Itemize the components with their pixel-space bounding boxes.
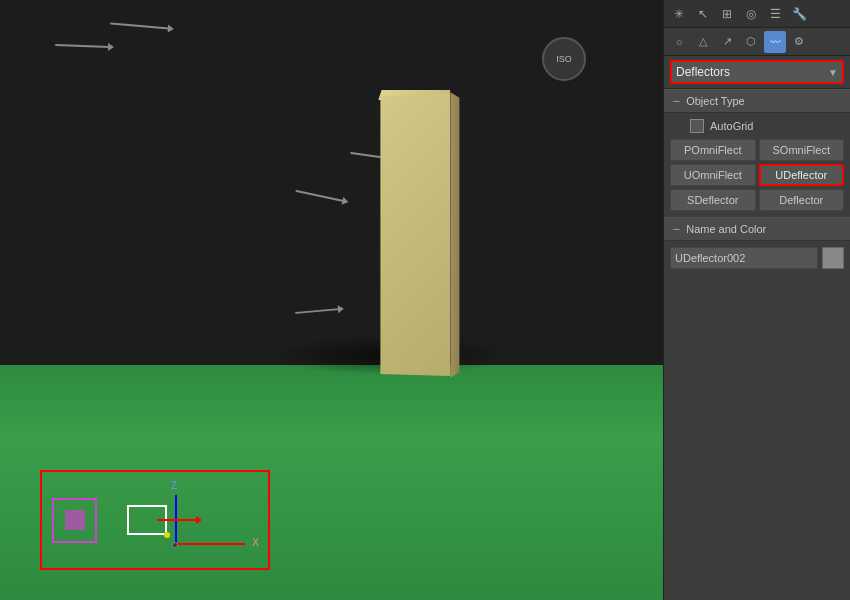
top-toolbar: ✳ ↖ ⊞ ◎ ☰ 🔧 bbox=[664, 0, 850, 28]
autogrid-checkbox[interactable] bbox=[690, 119, 704, 133]
name-color-row bbox=[670, 247, 844, 269]
color-swatch[interactable] bbox=[822, 247, 844, 269]
type-btn-somniflect[interactable]: SOmniFlect bbox=[759, 139, 845, 161]
display-icon[interactable]: ☰ bbox=[764, 3, 786, 25]
autogrid-label: AutoGrid bbox=[710, 120, 753, 132]
right-panel: ✳ ↖ ⊞ ◎ ☰ 🔧 ○ △ ↗ ⬡ 〰 ⚙ Deflectors ▼ − O… bbox=[663, 0, 850, 600]
type-btn-udeflector[interactable]: UDeflector bbox=[759, 164, 845, 186]
viewport-3d[interactable]: ISO bbox=[0, 0, 663, 600]
name-input[interactable] bbox=[670, 247, 818, 269]
pink-object-inner bbox=[65, 510, 85, 530]
arrow-icon[interactable]: ↗ bbox=[716, 31, 738, 53]
dropdown-row: Deflectors ▼ bbox=[664, 56, 850, 89]
cone-icon[interactable]: △ bbox=[692, 31, 714, 53]
type-btn-pomniflect[interactable]: POmniFlect bbox=[670, 139, 756, 161]
dropdown-label: Deflectors bbox=[676, 65, 730, 79]
autogrid-row: AutoGrid bbox=[670, 119, 844, 133]
asterisk-icon[interactable]: ✳ bbox=[668, 3, 690, 25]
deflectors-dropdown[interactable]: Deflectors ▼ bbox=[670, 60, 844, 84]
red-arrow bbox=[157, 519, 197, 521]
white-object-container bbox=[127, 505, 167, 535]
object-type-collapse-icon[interactable]: − bbox=[672, 93, 680, 109]
selection-box bbox=[40, 470, 270, 570]
sphere-icon[interactable]: ○ bbox=[668, 31, 690, 53]
wave-icon[interactable]: 〰 bbox=[764, 31, 786, 53]
motion-icon[interactable]: ◎ bbox=[740, 3, 762, 25]
viewport-gizmo[interactable]: ISO bbox=[540, 35, 588, 83]
name-color-section bbox=[664, 241, 850, 275]
utility-icon[interactable]: 🔧 bbox=[788, 3, 810, 25]
hierarchy-icon[interactable]: ⊞ bbox=[716, 3, 738, 25]
gizmo-circle: ISO bbox=[542, 37, 586, 81]
scene-3d: ISO bbox=[0, 0, 663, 600]
yellow-dot bbox=[164, 532, 170, 538]
name-color-label: Name and Color bbox=[686, 223, 766, 235]
gizmo-label: ISO bbox=[556, 54, 572, 64]
cursor-icon[interactable]: ↖ bbox=[692, 3, 714, 25]
type-btn-sdeflector[interactable]: SDeflector bbox=[670, 189, 756, 211]
name-color-header: − Name and Color bbox=[664, 217, 850, 241]
red-arrow-head bbox=[196, 516, 202, 524]
object-type-section: AutoGrid POmniFlect SOmniFlect UOmniFlec… bbox=[664, 113, 850, 217]
name-color-collapse-icon[interactable]: − bbox=[672, 221, 680, 237]
pink-object bbox=[52, 498, 97, 543]
wrench-icon[interactable]: ⚙ bbox=[788, 31, 810, 53]
camera-icon[interactable]: ⬡ bbox=[740, 31, 762, 53]
type-btn-uomniflect[interactable]: UOmniFlect bbox=[670, 164, 756, 186]
second-toolbar: ○ △ ↗ ⬡ 〰 ⚙ bbox=[664, 28, 850, 56]
type-button-grid: POmniFlect SOmniFlect UOmniFlect UDeflec… bbox=[670, 139, 844, 211]
deflector-object bbox=[370, 85, 460, 385]
dropdown-arrow-icon: ▼ bbox=[828, 67, 838, 78]
type-btn-deflector[interactable]: Deflector bbox=[759, 189, 845, 211]
object-type-label: Object Type bbox=[686, 95, 745, 107]
object-type-header: − Object Type bbox=[664, 89, 850, 113]
box-front-face bbox=[380, 94, 450, 376]
box-side-face bbox=[450, 92, 459, 378]
